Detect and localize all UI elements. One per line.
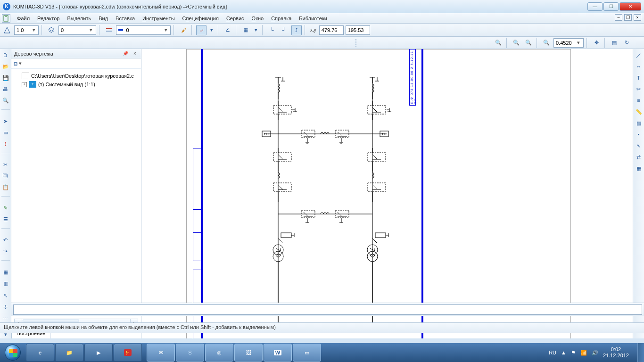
paste-button[interactable]: 📋 [1, 183, 10, 191]
task-photos[interactable]: 🖼 [234, 344, 263, 362]
refresh-button[interactable]: ↻ [621, 38, 632, 48]
tray-volume-icon[interactable]: 🔊 [592, 350, 598, 356]
menu-view[interactable]: Вид [95, 15, 112, 22]
task-mail[interactable]: ✉ [147, 344, 175, 362]
menu-icon-button[interactable] [2, 14, 10, 23]
task-wmp[interactable]: ▶ [84, 344, 113, 362]
spline-button[interactable]: ∿ [635, 141, 643, 150]
format-button[interactable]: ✎ [1, 204, 10, 212]
coord-y[interactable] [346, 25, 370, 35]
menu-select[interactable]: Выделить [63, 15, 95, 22]
undo-button[interactable]: ↶ [1, 236, 10, 244]
task-explorer[interactable]: 📁 [55, 344, 83, 362]
lang-indicator[interactable]: RU [549, 350, 556, 355]
layer-input[interactable]: ▾ [58, 25, 96, 35]
ucs-button[interactable]: ⊹ [1, 140, 10, 148]
linestyle-button[interactable] [104, 25, 114, 35]
zoom-prev-button[interactable]: 🔍 [523, 38, 534, 48]
geom-button[interactable]: ／ [635, 51, 643, 59]
dropdown-icon[interactable]: ▾ [164, 27, 168, 33]
text-button[interactable]: T [635, 74, 643, 82]
paint-button[interactable]: 🖌 [178, 25, 189, 35]
task-ie[interactable]: e [26, 344, 54, 362]
tree-filter-button[interactable]: ⧈▾ [13, 58, 24, 69]
style-input[interactable]: ▾ [116, 25, 171, 35]
panel-close-button[interactable]: × [132, 51, 138, 56]
select-button[interactable]: ▭ [1, 128, 10, 137]
redo-button[interactable]: ↷ [1, 247, 10, 255]
mode-geom-button[interactable]: ↖ [1, 291, 10, 300]
menu-insert[interactable]: Вставка [112, 15, 139, 22]
menu-specification[interactable]: Спецификация [179, 15, 223, 22]
dropdown-icon[interactable]: ▾ [32, 27, 37, 33]
task-yandex[interactable]: Я [114, 344, 142, 362]
show-desktop-button[interactable] [637, 343, 644, 362]
maximize-button[interactable]: ☐ [603, 2, 619, 11]
print-button[interactable]: 🖶 [1, 85, 10, 93]
task-kompas[interactable]: ◎ [205, 344, 233, 362]
tray-flag-icon[interactable]: ▲ [561, 350, 566, 355]
magnet-dropdown[interactable]: ▾ [208, 25, 215, 35]
measure-button[interactable]: 📏 [635, 107, 643, 116]
menu-file[interactable]: Файл [13, 15, 33, 22]
copy-button[interactable]: ⿻ [1, 172, 10, 180]
command-input[interactable] [13, 304, 642, 315]
tree-row-view[interactable]: + т (т) Системный вид (1:1) [13, 80, 139, 89]
zoom-fit-button[interactable]: 🔍 [541, 38, 552, 48]
task-word[interactable]: W [264, 344, 292, 362]
minimize-button[interactable]: — [587, 2, 603, 11]
mdi-restore-button[interactable]: ❐ [624, 14, 632, 21]
table-button[interactable]: ▦ [635, 164, 643, 173]
menu-service[interactable]: Сервис [223, 15, 248, 22]
zoom-input[interactable]: ▾ [553, 38, 584, 48]
library-button[interactable]: ▥ [1, 279, 10, 288]
mode-dim-button[interactable]: ⊹ [1, 303, 10, 311]
scale-input[interactable]: ▾ [14, 25, 39, 35]
mdi-minimize-button[interactable]: – [615, 14, 622, 21]
expand-icon[interactable]: + [22, 82, 27, 87]
start-button[interactable] [0, 343, 25, 362]
menu-editor[interactable]: Редактор [33, 15, 63, 22]
zoom-in-button[interactable]: 🔍 [493, 38, 504, 48]
dropdown-icon[interactable]: ▾ [88, 27, 94, 33]
zoom-window-button[interactable]: 🔍 [511, 38, 521, 48]
mode-more-button[interactable]: ⋯ [1, 314, 10, 322]
dim-button[interactable]: ↔ [635, 62, 643, 71]
point-button[interactable]: • [635, 130, 643, 139]
drawing-canvas[interactable]: Е.Ф 073 14.00.06.2 5.12.11 33 [141, 49, 633, 338]
tray-network-icon[interactable]: 📶 [580, 350, 587, 356]
tree-body[interactable]: C:\Users\User\Desktop\готовая курсовая2.… [11, 69, 141, 328]
assoc-button[interactable]: ⇄ [635, 153, 643, 161]
angle-button[interactable]: ∠ [223, 25, 233, 35]
manager-button[interactable]: ▦ [1, 268, 10, 276]
close-button[interactable]: ✕ [619, 2, 641, 11]
new-button[interactable]: 🗋 [1, 51, 10, 59]
mdi-close-button[interactable]: × [634, 14, 641, 21]
pan-button[interactable]: ✥ [591, 38, 602, 48]
tree-row-file[interactable]: C:\Users\User\Desktop\готовая курсовая2.… [13, 72, 139, 80]
coord-x[interactable] [319, 25, 344, 35]
dropdown-icon[interactable]: ▾ [17, 60, 23, 66]
properties-button[interactable]: ☰ [1, 215, 10, 223]
task-skype[interactable]: S [176, 344, 204, 362]
pin-button[interactable]: 📌 [122, 51, 129, 56]
ortho-y-button[interactable]: └ [267, 25, 277, 35]
menu-help[interactable]: Справка [267, 15, 295, 22]
edit-button[interactable]: ✂ [635, 85, 643, 93]
save-button[interactable]: 💾 [1, 74, 10, 82]
rebuild-button[interactable]: ▤ [609, 38, 619, 48]
menu-libraries[interactable]: Библиотеки [295, 15, 331, 22]
menu-window[interactable]: Окно [248, 15, 268, 22]
round-button[interactable]: ⤴ [291, 25, 302, 35]
cut-button[interactable]: ✂ [1, 160, 10, 169]
magnet-button[interactable]: ⊃ [196, 25, 206, 35]
preview-button[interactable]: 🔍 [1, 96, 10, 105]
tray-action-center-icon[interactable]: ⚑ [571, 350, 576, 356]
grid-button[interactable]: ▦ [240, 25, 251, 35]
hatch-button[interactable]: ▨ [635, 119, 643, 127]
open-button[interactable]: 📂 [1, 62, 10, 71]
layer-button[interactable] [46, 25, 57, 35]
task-notepad[interactable]: ▭ [293, 344, 321, 362]
grid-dropdown[interactable]: ▾ [253, 25, 259, 35]
ortho-x-button[interactable]: ┘ [279, 25, 289, 35]
